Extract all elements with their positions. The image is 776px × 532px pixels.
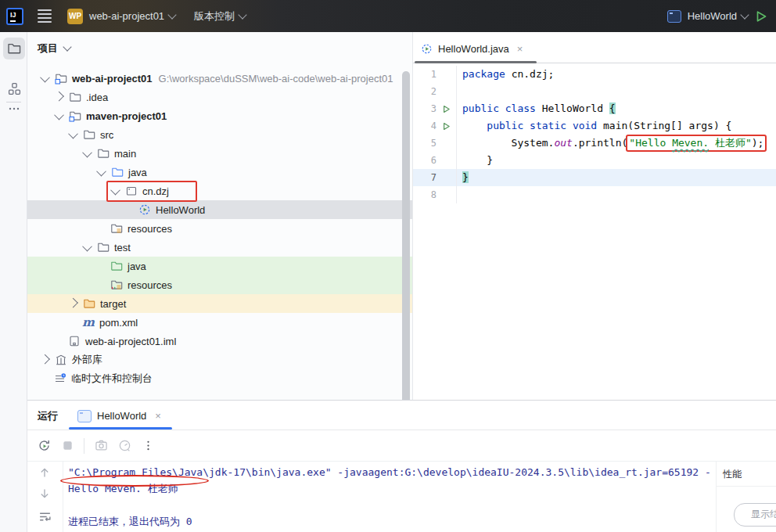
tree-item--[interactable]: 临时文件和控制台 xyxy=(27,369,413,388)
project-scrollbar[interactable] xyxy=(402,71,410,427)
run-tab-label: HelloWorld xyxy=(97,410,146,422)
code-line-3[interactable]: 3public class HelloWorld { xyxy=(413,100,776,117)
run-tool-window: 运行 HelloWorld × xyxy=(27,400,776,532)
console-gutter xyxy=(27,462,63,532)
code-editor[interactable]: 1package cn.dzj;23public class HelloWorl… xyxy=(413,66,776,203)
line-number: 6 xyxy=(413,152,436,169)
console-line-4: 进程已结束，退出代码为 0 xyxy=(68,513,716,530)
chevron-right-icon[interactable] xyxy=(54,91,64,101)
rerun-button[interactable] xyxy=(38,439,51,452)
tree-item-resources[interactable]: resources xyxy=(27,219,413,238)
console-output[interactable]: "C:\Program Files\Java\jdk-17\bin\java.e… xyxy=(68,464,716,532)
tree-item-src[interactable]: src xyxy=(27,125,413,144)
folder-icon xyxy=(97,147,110,160)
project-tool-button[interactable] xyxy=(3,38,25,59)
main-menu-burger-icon[interactable] xyxy=(38,9,52,23)
gutter-spacer xyxy=(436,186,456,203)
project-view-selector[interactable]: 项目 xyxy=(38,41,70,56)
chevron-spacer xyxy=(126,207,132,213)
close-icon[interactable]: × xyxy=(517,43,523,55)
tree-item--[interactable]: 外部库 xyxy=(27,350,413,369)
chevron-down-icon[interactable] xyxy=(82,147,92,157)
up-arrow-icon[interactable] xyxy=(38,466,51,479)
annotation-box-string: "Hello Meven. 杜老师"); xyxy=(626,135,767,152)
tree-item-main[interactable]: main xyxy=(27,144,413,163)
chevron-down-icon[interactable] xyxy=(54,110,64,120)
tree-item-maven-project01[interactable]: maven-project01 xyxy=(27,106,413,125)
tree-item-pom.xml[interactable]: mpom.xml xyxy=(27,313,413,332)
code-line-8[interactable]: 8 xyxy=(413,186,776,203)
screenshot-button[interactable] xyxy=(95,439,108,452)
ide-logo-icon[interactable]: IJ xyxy=(6,8,23,25)
run-config-name: HelloWorld xyxy=(688,10,737,22)
chevron-down-icon[interactable] xyxy=(82,241,92,251)
code-text: public static void main(String[] args) { xyxy=(456,117,776,135)
chevron-down-icon[interactable] xyxy=(96,166,106,176)
chevron-down-icon[interactable] xyxy=(110,185,120,195)
chevron-down-icon[interactable] xyxy=(68,128,78,138)
tree-item-label: src xyxy=(100,129,113,141)
console-line-1: "C:\Program Files\Java\jdk-17\bin\java.e… xyxy=(68,464,716,480)
tree-item-.idea[interactable]: .idea xyxy=(27,88,413,106)
chevron-spacer xyxy=(70,319,76,325)
tree-item-label: web-ai-project01 xyxy=(72,73,153,84)
chevron-right-icon[interactable] xyxy=(40,354,50,364)
run-tab-helloworld[interactable]: HelloWorld × xyxy=(73,405,166,426)
line-number: 8 xyxy=(413,186,436,203)
tree-item-test[interactable]: test xyxy=(27,238,413,257)
vcs-widget[interactable]: 版本控制 xyxy=(194,9,246,23)
tree-item-target[interactable]: target xyxy=(27,294,413,313)
code-text: } xyxy=(456,169,776,186)
run-button[interactable] xyxy=(754,9,768,23)
console-line-2-annotated: Hello Meven. 杜老师 xyxy=(68,480,716,497)
close-icon[interactable]: × xyxy=(155,410,161,422)
tree-item-cn.dzj[interactable]: cn.dzj xyxy=(27,182,413,200)
stop-button[interactable] xyxy=(61,439,74,452)
code-text xyxy=(456,83,776,100)
tree-item-label: main xyxy=(114,148,136,160)
project-selector[interactable]: web-ai-project01 xyxy=(89,10,175,22)
code-line-5[interactable]: 5 System.out.println("Hello Meven. 杜老师")… xyxy=(413,135,776,152)
soft-wrap-icon[interactable] xyxy=(38,510,51,523)
structure-tool-button[interactable] xyxy=(3,77,25,99)
class-run-icon xyxy=(421,43,433,55)
chevron-down-icon[interactable] xyxy=(40,72,50,82)
code-line-1[interactable]: 1package cn.dzj; xyxy=(413,66,776,83)
line-number: 5 xyxy=(413,135,436,152)
profiler-button[interactable] xyxy=(118,439,131,452)
code-line-6[interactable]: 6 } xyxy=(413,152,776,169)
editor-tab-helloworld-java[interactable]: HelloWorld.java × xyxy=(416,37,527,61)
run-gutter-icon[interactable] xyxy=(436,100,456,117)
code-line-7[interactable]: 7} xyxy=(413,169,776,186)
run-toolbar xyxy=(27,430,776,461)
tree-item-label: java xyxy=(128,167,147,178)
folder-test-icon xyxy=(110,260,123,272)
chevron-spacer xyxy=(56,338,62,344)
folder-icon xyxy=(83,128,95,141)
tree-item-java[interactable]: java xyxy=(27,163,413,182)
code-line-2[interactable]: 2 xyxy=(413,83,776,100)
tree-item-java[interactable]: java xyxy=(27,257,413,275)
tree-item-resources[interactable]: resources xyxy=(27,275,413,294)
code-line-4[interactable]: 4 public static void main(String[] args)… xyxy=(413,117,776,135)
tree-item-web-ai-project01.iml[interactable]: web-ai-project01.iml xyxy=(27,332,413,350)
more-options-button[interactable] xyxy=(142,439,155,452)
show-results-button[interactable]: 显示结果 xyxy=(734,503,776,527)
more-tool-windows-button[interactable] xyxy=(3,98,25,120)
tree-item-web-ai-project01[interactable]: web-ai-project01G:\workspace\duSSM\web-a… xyxy=(27,69,413,88)
structure-icon xyxy=(8,82,21,95)
tree-item-label: java xyxy=(128,261,146,272)
activity-bar xyxy=(0,32,27,532)
console-line-3 xyxy=(68,497,716,513)
project-badge[interactable]: WP xyxy=(67,9,83,24)
down-arrow-icon[interactable] xyxy=(38,487,51,500)
gutter-spacer xyxy=(436,152,456,169)
line-number: 1 xyxy=(413,66,436,83)
project-tree: web-ai-project01G:\workspace\duSSM\web-a… xyxy=(27,69,413,388)
run-config-selector[interactable]: HelloWorld xyxy=(688,10,748,22)
tree-item-HelloWorld[interactable]: HelloWorld xyxy=(27,200,413,219)
chevron-right-icon[interactable] xyxy=(68,297,78,307)
run-gutter-icon[interactable] xyxy=(436,117,456,135)
tree-item-label: HelloWorld xyxy=(156,204,205,216)
package-icon xyxy=(125,185,138,197)
